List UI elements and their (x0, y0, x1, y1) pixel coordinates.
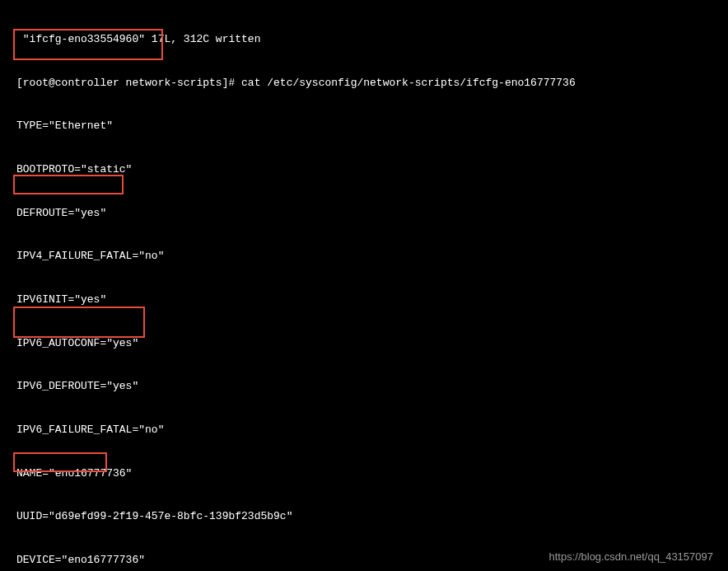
watermark-text: https://blog.csdn.net/qq_43157097 (549, 550, 714, 564)
terminal-output: "ifcfg-eno33554960" 17L, 312C written [r… (16, 3, 712, 571)
terminal-line: DEFROUTE="yes" (16, 206, 712, 221)
terminal-line: NAME="eno16777736" (16, 466, 712, 481)
terminal-line: IPV6INIT="yes" (16, 293, 712, 307)
terminal-line: TYPE="Ethernet" (16, 119, 712, 133)
terminal-line: IPV6_AUTOCONF="yes" (16, 336, 712, 351)
terminal-line: "ifcfg-eno33554960" 17L, 312C written (16, 32, 712, 47)
terminal-line: IPV6_FAILURE_FATAL="no" (16, 423, 712, 438)
terminal-line: IPV6_DEFROUTE="yes" (16, 379, 712, 394)
terminal-line: UUID="d69efd99-2f19-457e-8bfc-139bf23d5b… (16, 509, 712, 524)
terminal-line: IPV4_FAILURE_FATAL="no" (16, 249, 712, 264)
terminal-line: [root@controller network-scripts]# cat /… (16, 76, 712, 91)
terminal-line: BOOTPROTO="static" (16, 162, 712, 177)
